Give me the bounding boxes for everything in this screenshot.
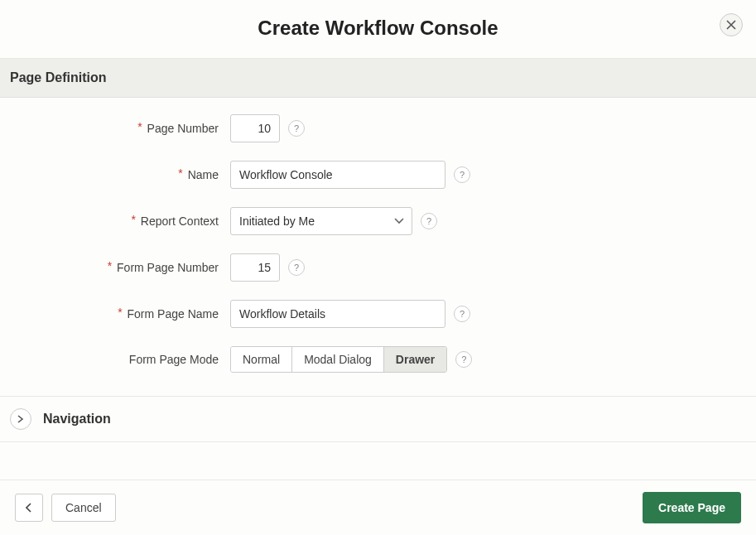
label-text-form-page-name: Form Page Name [128, 307, 219, 321]
name-input[interactable] [230, 161, 445, 189]
row-form-page-mode: Form Page Mode Normal Modal Dialog Drawe… [0, 346, 756, 373]
row-report-context: * Report Context ? [0, 207, 756, 235]
chevron-left-icon [26, 503, 32, 513]
mode-option-modal-dialog[interactable]: Modal Dialog [292, 347, 384, 372]
row-form-page-number: * Form Page Number ? [0, 253, 756, 282]
form-page-name-input[interactable] [230, 300, 445, 328]
label-name: * Name [0, 168, 230, 181]
required-indicator: * [137, 120, 142, 133]
form-page-number-input[interactable] [230, 253, 280, 282]
page-definition-form: * Page Number ? * Name ? * Report Contex… [0, 98, 756, 396]
label-text-name: Name [188, 168, 219, 181]
help-icon[interactable]: ? [454, 166, 470, 183]
form-page-mode-segmented: Normal Modal Dialog Drawer [230, 346, 447, 373]
required-indicator: * [178, 166, 182, 180]
section-header-navigation[interactable]: Navigation [0, 396, 756, 442]
label-text-report-context: Report Context [141, 214, 219, 228]
mode-option-drawer[interactable]: Drawer [384, 347, 446, 372]
report-context-select[interactable] [230, 207, 412, 235]
navigation-title: Navigation [43, 412, 111, 427]
label-form-page-mode: Form Page Mode [0, 353, 230, 366]
close-button[interactable] [720, 13, 743, 36]
row-name: * Name ? [0, 161, 756, 189]
expand-button[interactable] [10, 408, 31, 430]
chevron-right-icon [17, 415, 24, 423]
page-number-input[interactable] [230, 114, 280, 142]
dialog-footer: Cancel Create Page [0, 480, 756, 535]
label-text-form-page-number: Form Page Number [117, 261, 219, 274]
label-form-page-name: * Form Page Name [0, 307, 230, 321]
create-page-button[interactable]: Create Page [643, 492, 741, 523]
label-text-form-page-mode: Form Page Mode [129, 353, 219, 366]
back-button[interactable] [15, 494, 43, 522]
help-icon[interactable]: ? [288, 120, 305, 137]
report-context-value[interactable] [230, 207, 412, 235]
required-indicator: * [118, 306, 122, 319]
help-icon[interactable]: ? [288, 259, 305, 276]
required-indicator: * [131, 213, 135, 226]
section-header-page-definition: Page Definition [0, 59, 756, 98]
dialog-title: Create Workflow Console [0, 17, 756, 40]
label-report-context: * Report Context [0, 214, 230, 228]
cancel-button[interactable]: Cancel [51, 494, 116, 522]
row-page-number: * Page Number ? [0, 114, 756, 142]
help-icon[interactable]: ? [421, 213, 437, 229]
row-form-page-name: * Form Page Name ? [0, 300, 756, 328]
dialog-header: Create Workflow Console [0, 0, 756, 59]
label-page-number: * Page Number [0, 122, 230, 135]
label-text-page-number: Page Number [147, 122, 219, 135]
label-form-page-number: * Form Page Number [0, 261, 230, 274]
close-icon [726, 20, 736, 30]
mode-option-normal[interactable]: Normal [231, 347, 292, 372]
required-indicator: * [108, 259, 112, 272]
help-icon[interactable]: ? [455, 351, 472, 368]
help-icon[interactable]: ? [454, 306, 470, 322]
